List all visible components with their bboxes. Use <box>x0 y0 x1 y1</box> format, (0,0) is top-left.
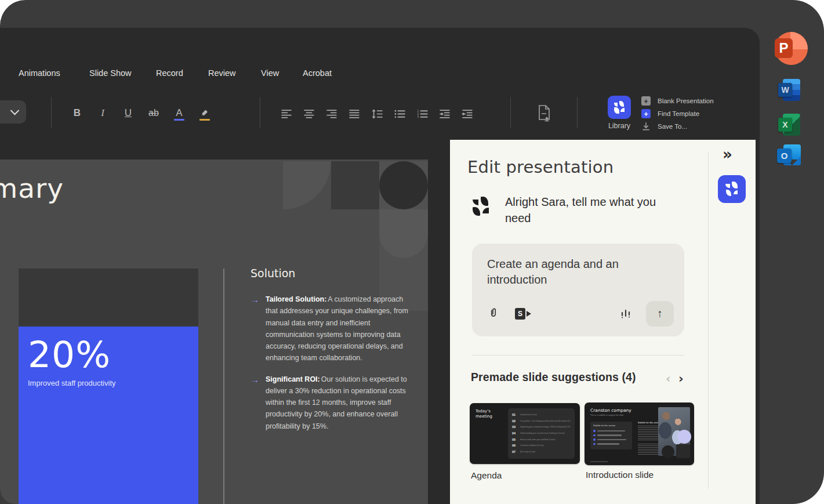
agenda-item: Introductions (5 min) <box>520 414 537 416</box>
suggestion-thumbnail-introduction[interactable]: Cranston company This is a subtitle to s… <box>585 403 694 465</box>
arrow-bullet-icon: → <box>251 374 266 432</box>
bold-button[interactable]: B <box>67 102 87 124</box>
solution-bullet: → Significant ROI:Our solution is expect… <box>251 374 414 432</box>
thumbnail-label-introduction[interactable]: Introduction slide <box>586 470 654 480</box>
thumbnail-label-agenda[interactable]: Agenda <box>471 470 502 481</box>
italic-button[interactable]: I <box>93 102 112 124</box>
numbered-list-icon[interactable]: 123 <box>416 109 429 119</box>
arrow-bullet-icon: → <box>251 293 266 364</box>
decor-arch <box>379 209 428 258</box>
suggestions-heading: Premade slide suggestions (4) <box>471 371 636 384</box>
bulleted-list-icon[interactable] <box>394 109 406 119</box>
tab-acrobat[interactable]: Acrobat <box>303 68 332 78</box>
panel-collapse-button[interactable]: » <box>723 146 732 163</box>
font-color-button[interactable]: A <box>169 102 189 124</box>
agenda-number: 03 <box>512 425 517 429</box>
ribbon-collapse-button[interactable] <box>0 100 26 124</box>
intro-card-bullet <box>593 429 629 433</box>
bullet-text: Tailored Solution:A customized approach … <box>266 293 414 364</box>
align-justify-icon[interactable] <box>349 109 361 119</box>
prompt-input[interactable]: Create an agenda and an introduction S <box>472 244 684 336</box>
powerpoint-window: Animations Slide Show Record Review View… <box>0 28 760 504</box>
library-logo-icon <box>613 101 626 114</box>
agenda-number: 02 <box>512 419 517 423</box>
plus-icon: + <box>641 109 651 118</box>
align-center-icon[interactable] <box>303 109 316 119</box>
powerpoint-app-icon[interactable]: P <box>775 32 808 65</box>
solution-bullet: → Tailored Solution:A customized approac… <box>251 293 414 364</box>
toolbar-divider <box>510 97 511 128</box>
underline-button[interactable]: U <box>118 102 138 124</box>
bullet-dot-icon <box>593 430 596 432</box>
powerpoint-circle-highlight <box>790 32 808 49</box>
powerpoint-letter: P <box>775 38 793 58</box>
save-to-label: Save To... <box>658 123 687 130</box>
paragraph-group: 123 <box>281 103 474 124</box>
sharepoint-icon: S <box>515 308 525 320</box>
solution-text-box[interactable]: Solution → Tailored Solution:A customize… <box>251 267 414 441</box>
bullet-lead: Tailored Solution: <box>266 295 326 303</box>
bullet-dot-icon <box>593 434 596 437</box>
decor-square <box>331 161 379 209</box>
agenda-item: Next steps (5 min) <box>520 451 535 453</box>
tab-animations[interactable]: Animations <box>19 68 60 78</box>
tab-view[interactable]: View <box>261 68 279 78</box>
desktop-backdrop: P W X O Animations Slide Show Record Rev… <box>0 0 824 504</box>
solution-heading: Solution <box>251 267 414 280</box>
svg-text:3: 3 <box>417 115 419 118</box>
intro-card-bullet <box>593 433 629 438</box>
agenda-item: Customer validation (2 mins) <box>520 444 544 447</box>
find-template-action[interactable]: + Find Template <box>641 109 699 118</box>
bullet-lead: Significant ROI: <box>266 375 320 383</box>
agenda-item: Our position – the changing world of wor… <box>520 420 571 422</box>
align-left-icon[interactable] <box>281 109 293 119</box>
voice-input-button[interactable] <box>620 308 631 320</box>
sharepoint-button[interactable]: S <box>515 308 532 320</box>
word-app-icon[interactable]: W <box>778 79 800 101</box>
suggestions-next-button[interactable]: › <box>678 373 684 385</box>
stat-image-placeholder[interactable] <box>19 269 198 327</box>
tab-record[interactable]: Record <box>156 68 183 78</box>
library-label: Library <box>601 122 638 130</box>
align-right-icon[interactable] <box>326 109 339 119</box>
intro-card-heading: Subtitle for this section <box>593 425 629 427</box>
tab-slide-show[interactable]: Slide Show <box>89 68 132 78</box>
highlighter-icon <box>200 108 209 118</box>
library-button[interactable] <box>608 96 631 119</box>
text-bar <box>597 430 625 432</box>
suggestion-thumbnail-agenda[interactable]: Today's meeting 01Introductions (5 min) … <box>470 403 580 464</box>
bullet-body: A customized approach that addresses you… <box>266 295 408 362</box>
prompt-text: Create an agenda and an introduction <box>487 256 661 288</box>
excel-app-icon[interactable]: X <box>778 114 800 136</box>
save-to-action[interactable]: Save To... <box>641 122 687 131</box>
line-spacing-icon[interactable] <box>371 109 384 119</box>
decor-quarter-circle <box>283 161 331 209</box>
blank-presentation-action[interactable]: + Blank Presentation <box>641 96 714 106</box>
intro-card-bullet <box>593 437 629 442</box>
file-export-icon <box>537 104 552 122</box>
text-bar <box>597 434 622 436</box>
indent-decrease-icon[interactable] <box>462 109 474 119</box>
stat-card[interactable]: 20% Improved staff productivity <box>19 327 198 504</box>
indent-increase-icon[interactable] <box>439 109 452 119</box>
send-button[interactable]: ↑ <box>646 301 674 327</box>
assistant-logo-button[interactable] <box>718 175 746 203</box>
decor-dark-circle <box>662 445 674 458</box>
slide-canvas[interactable]: Summary 20% Improved staff productivity … <box>0 159 428 504</box>
chevron-down-icon <box>10 106 20 115</box>
download-icon <box>641 122 651 131</box>
plus-icon: + <box>641 96 651 106</box>
outlook-app-icon[interactable]: O <box>777 143 801 167</box>
agenda-item: Supporting your company strategy in 2024… <box>520 426 571 428</box>
agenda-row: 03Supporting your company strategy in 20… <box>512 424 571 430</box>
decor-circle <box>379 161 428 209</box>
highlight-button[interactable] <box>195 102 215 124</box>
slide-title-box[interactable]: Summary <box>0 172 122 214</box>
strikethrough-button[interactable]: ab <box>144 102 164 124</box>
suggestions-prev-button[interactable]: ‹ <box>666 373 671 385</box>
waveform-icon <box>620 308 631 320</box>
new-slide-button[interactable] <box>531 100 558 126</box>
attach-button[interactable] <box>487 307 500 320</box>
tab-review[interactable]: Review <box>208 68 236 78</box>
text-bar <box>597 443 619 445</box>
